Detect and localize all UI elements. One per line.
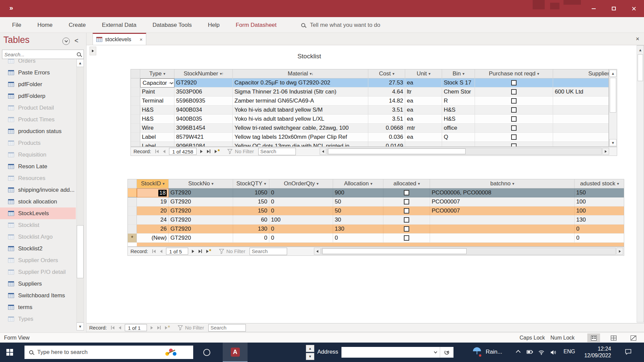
column-dropdown-icon[interactable]: ▾	[418, 181, 420, 186]
cell-purchase_not_reqd[interactable]	[475, 115, 553, 124]
cell-batchno[interactable]: PCO00007	[430, 206, 575, 216]
scroll-up-button[interactable]: ▲	[609, 70, 616, 77]
cell-stock_id[interactable]: 19	[137, 197, 169, 206]
cell-batchno[interactable]	[430, 216, 575, 225]
column-sort-asc-icon[interactable]: ▾↑	[220, 71, 223, 76]
sidebar-item-supplier-orders[interactable]: Supplier Orders	[0, 254, 76, 266]
cell-allocated[interactable]	[383, 234, 430, 243]
cell-stock_id[interactable]: 18	[137, 188, 169, 197]
filter-status[interactable]: No Filter	[177, 325, 204, 330]
column-header-unit[interactable]: Unit▾	[405, 69, 442, 78]
column-dropdown-icon[interactable]: ▾	[392, 71, 394, 76]
datasheet-view-button[interactable]	[607, 334, 620, 342]
cell-allocated[interactable]	[383, 225, 430, 234]
cell-stock_qty[interactable]: 1050	[233, 188, 269, 197]
taskbar-access-app[interactable]: A	[223, 343, 248, 362]
nav-search-input[interactable]	[2, 52, 77, 57]
column-header-stocknumber[interactable]: StockNumber▾↑	[174, 69, 233, 78]
row-selector[interactable]	[131, 87, 140, 97]
column-dropdown-icon[interactable]: ▾	[163, 71, 165, 76]
taskbar-clock[interactable]: 12:24 12/09/2022	[581, 346, 611, 359]
sidebar-item-orders[interactable]: Orders	[0, 59, 76, 67]
last-record-button[interactable]	[156, 324, 162, 331]
cell-type[interactable]: Capacitor	[140, 78, 174, 87]
sidebar-item-stocklevels[interactable]: StockLevels	[0, 207, 76, 219]
next-record-button[interactable]	[199, 148, 204, 155]
scroll-left-button[interactable]	[320, 148, 326, 155]
next-record-button[interactable]	[149, 324, 155, 331]
cell-type[interactable]: H&S	[140, 106, 174, 115]
cell-allocated[interactable]	[383, 206, 430, 216]
cell-stock_number[interactable]: 9096B1084	[174, 142, 233, 147]
checkbox-unchecked[interactable]	[404, 190, 409, 195]
cell-stock_id[interactable]: (New)	[137, 234, 169, 243]
cell-stock_qty[interactable]: 150	[233, 197, 269, 206]
first-record-button[interactable]	[151, 248, 157, 255]
cell-material[interactable]: Yellow tag labels 120x60mm (Paper Clip R…	[233, 133, 368, 142]
column-dropdown-icon[interactable]: ▾	[370, 181, 372, 186]
sidebar-item-reson-late[interactable]: Reson Late	[0, 161, 76, 172]
sidebar-item-requisition[interactable]: Requisition	[0, 149, 76, 161]
checkbox-unchecked[interactable]	[404, 217, 409, 223]
cell-material[interactable]: Yellow tri-rated switchgear cable, 22awg…	[233, 124, 368, 133]
checkbox-unchecked[interactable]	[404, 226, 409, 232]
sidebar-item-suppliers[interactable]: Suppliers	[0, 278, 76, 290]
checkbox-unchecked[interactable]	[511, 116, 517, 122]
column-dropdown-icon[interactable]: ▾	[163, 181, 164, 186]
cell-supplier[interactable]	[553, 115, 609, 124]
toolbar-scroll-up-button[interactable]: ▲	[306, 345, 314, 352]
layout-view-button[interactable]	[627, 334, 640, 342]
tell-me-box[interactable]: Tell me what you want to do	[301, 17, 380, 33]
checkbox-unchecked[interactable]	[511, 107, 517, 113]
scrollbar-thumb[interactable]	[610, 78, 616, 113]
column-dropdown-icon[interactable]: ▾	[264, 181, 266, 186]
cell-allocation[interactable]: 0	[333, 234, 383, 243]
row-selector[interactable]: *	[128, 234, 137, 243]
cell-on_order_qty[interactable]: 0	[269, 234, 333, 243]
sidebar-item-supplier-p-o-detail[interactable]: Supplier P/O detail	[0, 266, 76, 278]
last-record-button[interactable]	[197, 248, 204, 255]
cell-stock_qty[interactable]: 130	[233, 225, 269, 234]
sidebar-item-pdffolderp[interactable]: pdfFolderp	[0, 90, 76, 102]
cell-purchase_not_reqd[interactable]	[475, 142, 553, 147]
cell-stock_number[interactable]: 5596B0935	[174, 97, 233, 106]
column-dropdown-icon[interactable]: ▾	[212, 181, 213, 186]
cell-cost[interactable]: 27.53	[368, 78, 405, 87]
column-header-cost[interactable]: Cost▾	[368, 69, 405, 78]
cell-stock_id[interactable]: 20	[137, 206, 169, 216]
taskbar-search-box[interactable]: Type here to search	[24, 346, 193, 359]
nav-pane-menu-button[interactable]	[62, 38, 70, 45]
cell-type[interactable]: Paint	[140, 87, 174, 97]
cell-unit[interactable]: ltr	[405, 87, 442, 97]
cell-material[interactable]: Yoko hi-vis adult tabard yellow S/M	[233, 106, 368, 115]
select-all-corner[interactable]	[131, 69, 140, 78]
column-header-allocated[interactable]: allocated▾	[383, 179, 430, 188]
column-dropdown-icon[interactable]: ▾	[463, 71, 464, 76]
cell-supplier[interactable]	[553, 106, 609, 115]
row-selector[interactable]	[131, 78, 140, 87]
minimize-button[interactable]	[584, 0, 604, 17]
previous-record-button[interactable]	[158, 248, 164, 255]
cell-stock_no[interactable]: GT2920	[169, 197, 233, 206]
weather-label[interactable]: Rain...	[486, 349, 502, 355]
column-header-purchase-not-reqd[interactable]: Purchase not reqd▾	[475, 69, 553, 78]
cell-stock_number[interactable]: GT2920	[174, 78, 233, 87]
cell-stock_qty[interactable]: 0	[233, 234, 269, 243]
row-selector[interactable]	[131, 142, 140, 147]
cell-type[interactable]: Wire	[140, 124, 174, 133]
cell-on_order_qty[interactable]: 100	[269, 216, 333, 225]
ribbon-tab-external-data[interactable]: External Data	[94, 17, 145, 33]
cell-allocation[interactable]: 130	[333, 225, 383, 234]
column-header-material[interactable]: Material▾↓	[233, 69, 368, 78]
select-all-corner[interactable]	[128, 179, 137, 188]
cell-purchase_not_reqd[interactable]	[475, 78, 553, 87]
record-selector-arrow[interactable]	[90, 47, 96, 55]
sidebar-item-resources[interactable]: Resources	[0, 172, 76, 184]
cell-bin[interactable]	[442, 142, 475, 147]
cell-bin[interactable]: H&S	[442, 106, 475, 115]
speaker-icon[interactable]	[550, 350, 557, 355]
cell-bin[interactable]: office	[442, 124, 475, 133]
tab-stocklevels[interactable]: stocklevels ×	[93, 33, 146, 45]
cell-adjusted_stock[interactable]: 0	[575, 225, 624, 234]
row-selector[interactable]	[131, 106, 140, 115]
